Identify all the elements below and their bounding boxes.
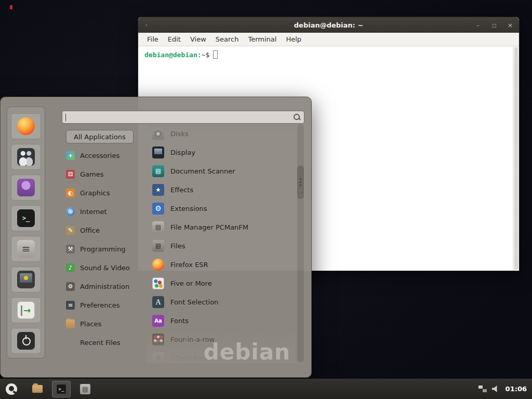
app-label: Document Scanner	[170, 167, 235, 175]
menu-edit[interactable]: Edit	[163, 33, 185, 46]
favorite-pidgin-button[interactable]	[11, 175, 41, 201]
category-administration[interactable]: Administration	[63, 277, 145, 296]
app-document-scanner[interactable]: Document Scanner	[148, 162, 296, 180]
category-preferences[interactable]: Preferences	[63, 296, 145, 314]
disks-icon	[152, 128, 164, 140]
app-effects[interactable]: Effects	[148, 180, 296, 199]
search-input[interactable]	[66, 111, 291, 123]
app-five-or-more[interactable]: Five or More	[148, 274, 296, 292]
menu-search[interactable]: Search	[211, 33, 244, 46]
app-files[interactable]: Files	[148, 236, 296, 255]
category-games[interactable]: Games	[63, 165, 145, 183]
app-font-selection[interactable]: Font Selection	[148, 292, 296, 311]
clock[interactable]: 01:06	[506, 385, 527, 393]
search-box	[62, 111, 304, 124]
menu-help[interactable]: Help	[281, 33, 306, 46]
app-firefox-esr[interactable]: Firefox ESR	[148, 255, 296, 274]
taskbar-files-button[interactable]	[76, 381, 95, 397]
logout-button[interactable]	[11, 297, 41, 323]
menu-view[interactable]: View	[185, 33, 211, 46]
terminal-prompt-line: debian@debian:~$	[138, 46, 519, 63]
system-tray: 01:06	[478, 385, 532, 393]
apps-scrollbar-thumb[interactable]	[297, 166, 304, 199]
terminal-scrollbar[interactable]	[513, 46, 519, 271]
category-recent-files[interactable]: Recent Files	[63, 333, 145, 352]
category-all-applications[interactable]: All Applications	[63, 127, 145, 146]
four-in-a-row-icon	[152, 334, 164, 345]
favorite-terminal-button[interactable]	[11, 205, 41, 231]
app-display[interactable]: Display	[148, 143, 296, 162]
category-label: Internet	[80, 208, 107, 216]
folder-icon	[32, 385, 43, 393]
category-label: Recent Files	[80, 339, 121, 347]
menu-file[interactable]: File	[142, 33, 163, 46]
app-fonts[interactable]: Fonts	[148, 311, 296, 330]
app-disks[interactable]: Disks	[148, 124, 296, 143]
maximize-button[interactable]	[490, 22, 498, 29]
app-gdebi-package-installer[interactable]: GDebi Package Installer	[148, 349, 296, 363]
app-label: Extensions	[170, 205, 207, 212]
favorite-contacts-button[interactable]	[11, 144, 41, 170]
category-label: Accessories	[80, 152, 119, 159]
category-sound-video[interactable]: Sound & Video	[63, 258, 145, 277]
category-label: Games	[80, 170, 103, 178]
app-label: Display	[170, 149, 195, 156]
taskbar-file-manager-button[interactable]	[28, 381, 47, 397]
volume-icon[interactable]	[492, 385, 500, 393]
terminal-menubar: File Edit View Search Terminal Help	[138, 33, 519, 46]
places-folder-icon	[66, 320, 75, 328]
app-file-manager-pcmanfm[interactable]: File Manager PCManFM	[148, 218, 296, 236]
firefox-icon	[17, 117, 35, 135]
category-label: Graphics	[80, 189, 110, 197]
category-internet[interactable]: Internet	[63, 202, 145, 221]
terminal-scrollbar-thumb[interactable]	[514, 47, 518, 270]
category-accessories[interactable]: Accessories	[63, 146, 145, 165]
applications-menu: All Applications Accessories Games Graph…	[0, 97, 312, 378]
category-label: Office	[80, 227, 100, 234]
favorite-archive-manager-button[interactable]	[11, 236, 41, 262]
contacts-icon	[17, 148, 35, 166]
app-extensions[interactable]: Extensions	[148, 199, 296, 218]
app-label: Four-in-a-row	[170, 336, 215, 343]
category-office[interactable]: Office	[63, 221, 145, 240]
programming-icon	[66, 245, 75, 254]
logout-icon	[17, 301, 35, 319]
lock-screen-button[interactable]	[11, 267, 41, 292]
effects-icon	[152, 184, 164, 196]
category-graphics[interactable]: Graphics	[63, 183, 145, 202]
five-or-more-icon	[152, 277, 164, 289]
apps-scrollbar[interactable]	[297, 124, 304, 362]
menu-terminal[interactable]: Terminal	[243, 33, 281, 46]
terminal-titlebar[interactable]: › debian@debian: ~	[138, 17, 519, 33]
empty-icon	[66, 338, 75, 347]
category-label: All Applications	[74, 133, 126, 141]
menu-button[interactable]	[0, 379, 23, 399]
network-icon[interactable]	[478, 385, 487, 392]
font-selection-icon	[152, 296, 164, 308]
close-button[interactable]	[507, 21, 514, 29]
gdebi-icon	[152, 352, 164, 364]
categories-list: All Applications Accessories Games Graph…	[63, 127, 145, 352]
favorite-firefox-button[interactable]	[11, 113, 41, 139]
app-label: Fonts	[170, 317, 189, 325]
debian-logo-icon	[6, 383, 17, 395]
category-places[interactable]: Places	[63, 314, 145, 333]
shutdown-icon	[17, 332, 35, 350]
display-icon	[152, 147, 164, 158]
app-label: Firefox ESR	[170, 261, 208, 269]
fonts-icon	[152, 315, 164, 327]
minimize-button[interactable]	[474, 22, 482, 29]
extensions-icon	[152, 203, 164, 215]
terminal-cursor	[213, 50, 218, 59]
desktop-indicator-dot	[10, 5, 12, 9]
taskbar-terminal-button[interactable]	[52, 381, 71, 397]
taskbar: 01:06	[0, 378, 532, 399]
app-label: Five or More	[170, 280, 212, 287]
category-label: Preferences	[80, 301, 119, 309]
category-programming[interactable]: Programming	[63, 240, 145, 258]
desktop: › debian@debian: ~ File Edit View Search…	[0, 0, 532, 399]
shutdown-button[interactable]	[11, 328, 41, 354]
app-four-in-a-row[interactable]: Four-in-a-row	[148, 330, 296, 349]
accessories-icon	[66, 151, 75, 160]
graphics-icon	[66, 189, 75, 197]
